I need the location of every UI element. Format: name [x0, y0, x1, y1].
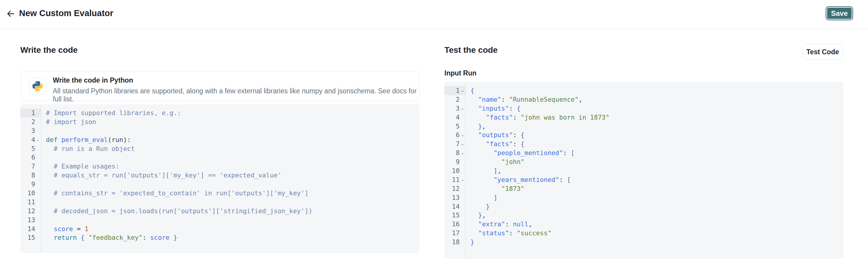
line-number: 6 — [31, 153, 35, 162]
code-token: "john was born in 1873" — [521, 114, 610, 121]
code-token — [470, 211, 478, 219]
code-line-12: "1873" — [470, 184, 843, 193]
code-token: "name" — [478, 96, 501, 103]
code-token — [470, 140, 486, 148]
editor-code-area[interactable]: { "name": "RunnableSequence", "inputs": … — [466, 82, 843, 259]
chevron-down-icon[interactable]: ⌄ — [460, 175, 465, 184]
code-token — [567, 149, 571, 156]
code-line-12: # decoded_json = json.loads(run['outputs… — [46, 207, 420, 216]
python-info-card: Write the code in Python All standard Py… — [20, 71, 420, 101]
gutter-line-10: 10 — [444, 167, 465, 175]
code-token — [513, 229, 517, 237]
input-run-json-editor[interactable]: 1⌄23⌄456⌄7⌄8⌄91011⌄12131415161718{ "name… — [444, 82, 843, 259]
chevron-down-icon[interactable]: ⌄ — [460, 104, 465, 113]
code-token — [470, 203, 486, 210]
line-number: 16 — [452, 220, 460, 229]
code-token — [470, 96, 478, 103]
gutter-line-5: 5 — [20, 144, 41, 153]
code-token: } — [478, 211, 482, 219]
code-token — [470, 185, 501, 192]
code-token: "john" — [501, 158, 525, 166]
code-token: "1873" — [501, 185, 525, 192]
code-token — [470, 220, 478, 228]
line-number: 2 — [31, 118, 35, 126]
code-token: "people_mentioned" — [494, 149, 563, 156]
info-card-description: All standard Python libraries are suppor… — [53, 87, 419, 103]
code-token — [58, 136, 61, 144]
gutter-line-18: 18 — [444, 238, 465, 247]
editor-gutter: 1234⌄56789101112131415 — [20, 104, 41, 253]
code-line-4: def perform_eval(run): — [46, 136, 420, 144]
code-line-18: } — [470, 238, 843, 247]
code-token: : — [563, 149, 567, 156]
code-token: : — [505, 220, 509, 228]
code-token: # import json — [46, 118, 96, 125]
gutter-line-13: 13 — [20, 216, 41, 225]
code-token: , — [498, 167, 501, 175]
code-token — [470, 176, 494, 183]
code-token: "facts" — [486, 114, 513, 121]
code-token: "outputs" — [478, 131, 513, 139]
code-line-9: "john" — [470, 157, 843, 167]
code-token: { — [521, 131, 524, 139]
code-token: score — [54, 225, 73, 233]
code-token — [509, 220, 513, 228]
chevron-down-icon[interactable]: ⌄ — [460, 86, 465, 95]
gutter-line-13: 13 — [444, 193, 465, 202]
code-token: ): — [123, 136, 131, 144]
code-token: "years_mentioned" — [494, 176, 559, 183]
chevron-down-icon[interactable]: ⌄ — [460, 130, 465, 140]
line-number: 13 — [27, 216, 35, 225]
gutter-line-8: 8 — [20, 171, 41, 180]
gutter-line-12: 12 — [444, 184, 465, 193]
line-number: 5 — [31, 144, 35, 153]
gutter-line-3: 3⌄ — [444, 104, 465, 113]
code-token — [470, 229, 478, 237]
code-line-5: # run is a Run object — [46, 144, 420, 153]
test-code-button[interactable]: Test Code — [802, 44, 843, 60]
code-token: : — [513, 131, 517, 139]
line-number: 13 — [452, 193, 460, 202]
line-number: 10 — [27, 189, 35, 198]
code-token: "facts" — [486, 140, 513, 148]
arrow-left-icon — [6, 9, 15, 18]
code-line-13: ] — [470, 193, 843, 202]
line-number: 9 — [31, 180, 35, 189]
chevron-down-icon[interactable]: ⌄ — [35, 136, 41, 144]
code-token: "feedback_key" — [88, 234, 142, 241]
chevron-down-icon[interactable]: ⌄ — [460, 149, 465, 157]
code-token: , — [482, 211, 486, 219]
code-line-3 — [46, 126, 420, 136]
gutter-line-7: 7⌄ — [444, 140, 465, 149]
code-token: , — [482, 123, 486, 130]
code-token: # contains_str = 'expected_to_contain' i… — [46, 189, 308, 197]
gutter-line-4: 4 — [444, 113, 465, 122]
code-token: "RunnableSequence" — [509, 96, 578, 103]
chevron-down-icon[interactable]: ⌄ — [460, 140, 465, 149]
python-code-editor[interactable]: 1234⌄56789101112131415# Import supported… — [20, 104, 420, 253]
page-title: New Custom Evaluator — [19, 8, 113, 18]
line-number: 1 — [31, 109, 35, 118]
code-token: 1 — [85, 225, 88, 233]
code-token: { — [470, 87, 474, 94]
line-number: 2 — [456, 95, 460, 104]
gutter-line-11: 11 — [20, 198, 41, 207]
code-token — [517, 140, 521, 148]
code-token — [470, 131, 478, 139]
code-line-2: # import json — [46, 118, 420, 126]
code-line-7: # Example usages: — [46, 162, 420, 171]
code-line-9 — [46, 180, 420, 189]
back-button[interactable] — [5, 8, 16, 19]
editor-code-area[interactable]: # Import supported libraries, e.g.:# imp… — [41, 104, 420, 253]
code-token — [470, 167, 494, 175]
code-token: : — [559, 176, 563, 183]
save-button[interactable]: Save — [826, 6, 853, 20]
line-number: 6 — [456, 130, 460, 140]
code-token — [470, 114, 486, 121]
code-line-11 — [46, 198, 420, 207]
gutter-line-12: 12 — [20, 207, 41, 216]
code-token: [ — [567, 176, 571, 183]
code-line-15: return { "feedback_key": score } — [46, 233, 420, 242]
code-token: : — [513, 114, 517, 121]
line-number: 18 — [452, 238, 460, 247]
